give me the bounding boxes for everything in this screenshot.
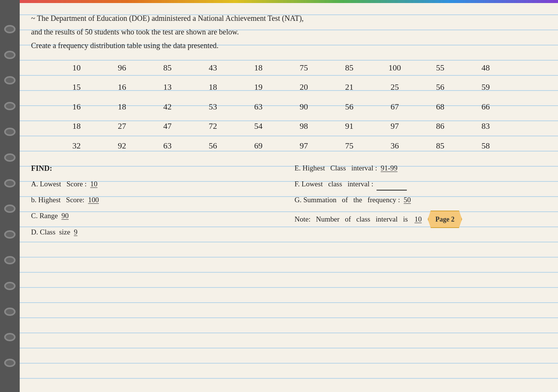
- data-cell-r0-c9: 48: [463, 59, 508, 76]
- ring-9: [4, 230, 16, 239]
- data-cell-r3-c9: 83: [463, 117, 508, 134]
- intro-line3: Create a frequency distribution table us…: [31, 39, 543, 52]
- data-cell-r3-c3: 72: [190, 117, 236, 134]
- data-cell-r1-c2: 13: [145, 78, 190, 95]
- range-value: 90: [61, 212, 69, 220]
- data-cell-r2-c7: 67: [372, 98, 417, 115]
- data-cell-r4-c5: 97: [281, 137, 327, 154]
- intro-line2: and the results of 50 students who took …: [31, 25, 543, 39]
- notebook-page: ~ The Department of Education (DOE) admi…: [20, 0, 558, 392]
- data-cell-r1-c4: 19: [236, 78, 281, 95]
- data-grid: 1096854318758510055481516131819202125565…: [54, 59, 508, 154]
- data-cell-r2-c3: 53: [190, 98, 236, 115]
- intro-line1: ~ The Department of Education (DOE) admi…: [31, 11, 543, 25]
- data-cell-r2-c0: 16: [54, 98, 99, 115]
- data-cell-r2-c6: 56: [327, 98, 372, 115]
- data-cell-r0-c6: 85: [327, 59, 372, 76]
- data-cell-r3-c8: 86: [417, 117, 463, 134]
- data-cell-r1-c5: 20: [281, 78, 327, 95]
- data-cell-r2-c5: 90: [281, 98, 327, 115]
- ring-12: [4, 308, 16, 316]
- data-cell-r4-c3: 56: [190, 137, 236, 154]
- summation-value: 50: [404, 196, 411, 204]
- class-size-value: 9: [74, 228, 78, 236]
- find-section: FIND: A. Lowest Score : 10 b. Highest Sc…: [31, 162, 543, 242]
- data-cell-r3-c5: 98: [281, 117, 327, 134]
- data-cell-r0-c0: 10: [54, 59, 99, 76]
- data-cell-r1-c6: 21: [327, 78, 372, 95]
- data-cell-r3-c0: 18: [54, 117, 99, 134]
- data-cell-r0-c3: 43: [190, 59, 236, 76]
- data-cell-r2-c1: 18: [99, 98, 145, 115]
- ring-11: [4, 282, 16, 290]
- data-cell-r3-c2: 47: [145, 117, 190, 134]
- data-cell-r4-c4: 69: [236, 137, 281, 154]
- ring-2: [4, 51, 16, 59]
- ring-5: [4, 128, 16, 136]
- ring-13: [4, 333, 16, 341]
- lowest-interval-blank: [377, 190, 407, 191]
- data-cell-r1-c3: 18: [190, 78, 236, 95]
- data-cell-r0-c5: 75: [281, 59, 327, 76]
- data-cell-r1-c8: 56: [417, 78, 463, 95]
- find-item-a: A. Lowest Score : 10: [31, 178, 280, 191]
- find-item-e: E. Highest Class interval : 91-99: [295, 162, 543, 175]
- ring-3: [4, 76, 16, 84]
- data-cell-r4-c8: 85: [417, 137, 463, 154]
- data-cell-r1-c0: 15: [54, 78, 99, 95]
- spiral-binding: [0, 0, 20, 392]
- data-cell-r3-c7: 97: [372, 117, 417, 134]
- find-item-f: F. Lowest class interval :: [295, 178, 543, 191]
- intro-paragraph: ~ The Department of Education (DOE) admi…: [31, 11, 543, 52]
- data-cell-r1-c9: 59: [463, 78, 508, 95]
- find-item-b: b. Highest Score: 100: [31, 194, 280, 206]
- data-cell-r0-c4: 18: [236, 59, 281, 76]
- find-item-g: G. Summation of the frequency : 50: [295, 194, 543, 206]
- note-line: Note: Number of class interval is 10 Pag…: [295, 211, 543, 228]
- find-item-c: C. Range 90: [31, 209, 280, 222]
- find-item-d: D. Class size 9: [31, 226, 280, 239]
- data-cell-r3-c4: 54: [236, 117, 281, 134]
- ring-6: [4, 153, 16, 162]
- data-cell-r2-c9: 66: [463, 98, 508, 115]
- data-cell-r2-c8: 68: [417, 98, 463, 115]
- class-interval-number: 10: [414, 213, 422, 225]
- ring-8: [4, 205, 16, 213]
- data-cell-r3-c6: 91: [327, 117, 372, 134]
- data-cell-r1-c7: 25: [372, 78, 417, 95]
- data-cell-r2-c4: 63: [236, 98, 281, 115]
- data-cell-r4-c1: 92: [99, 137, 145, 154]
- ring-7: [4, 179, 16, 187]
- data-cell-r0-c8: 55: [417, 59, 463, 76]
- find-right: E. Highest Class interval : 91-99 F. Low…: [295, 162, 543, 242]
- ring-14: [4, 359, 16, 367]
- data-cell-r4-c7: 36: [372, 137, 417, 154]
- data-cell-r4-c9: 58: [463, 137, 508, 154]
- data-cell-r3-c1: 27: [99, 117, 145, 134]
- find-title: FIND:: [31, 162, 280, 175]
- data-cell-r1-c1: 16: [99, 78, 145, 95]
- data-cell-r2-c2: 42: [145, 98, 190, 115]
- ring-4: [4, 102, 16, 110]
- data-cell-r0-c1: 96: [99, 59, 145, 76]
- note-text: Note: Number of class interval is: [295, 213, 412, 225]
- data-cell-r0-c2: 85: [145, 59, 190, 76]
- ring-10: [4, 256, 16, 264]
- data-cell-r4-c2: 63: [145, 137, 190, 154]
- top-stripe: [20, 0, 558, 3]
- data-cell-r0-c7: 100: [372, 59, 417, 76]
- highest-interval-value: 91-99: [381, 164, 397, 172]
- data-cell-r4-c0: 32: [54, 137, 99, 154]
- data-cell-r4-c6: 75: [327, 137, 372, 154]
- find-left: FIND: A. Lowest Score : 10 b. Highest Sc…: [31, 162, 280, 242]
- page-badge: Page 2: [428, 211, 462, 228]
- highest-score-value: 100: [88, 196, 99, 204]
- ring-1: [4, 25, 16, 33]
- lowest-score-value: 10: [90, 180, 97, 188]
